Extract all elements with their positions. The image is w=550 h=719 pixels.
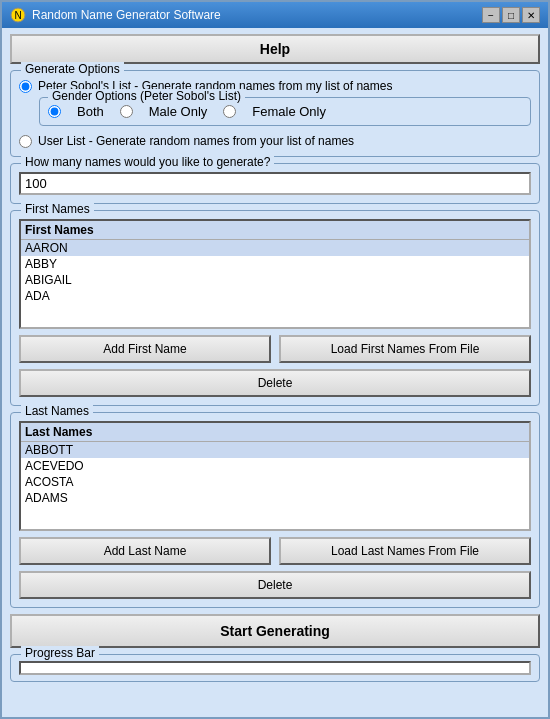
- list-item[interactable]: ACOSTA: [21, 474, 529, 490]
- list-item[interactable]: ABIGAIL: [21, 272, 529, 288]
- minimize-button[interactable]: −: [482, 7, 500, 23]
- load-last-names-button[interactable]: Load Last Names From File: [279, 537, 531, 565]
- list-item[interactable]: ADA: [21, 288, 529, 304]
- gender-female-label[interactable]: Female Only: [252, 104, 326, 119]
- delete-first-name-button[interactable]: Delete: [19, 369, 531, 397]
- gender-both-radio[interactable]: [48, 105, 61, 118]
- list-item[interactable]: ABBOTT: [21, 442, 529, 458]
- gender-both-label[interactable]: Both: [77, 104, 104, 119]
- generate-options-label: Generate Options: [21, 62, 124, 76]
- close-button[interactable]: ✕: [522, 7, 540, 23]
- progress-bar-label: Progress Bar: [21, 646, 99, 660]
- first-names-label: First Names: [21, 202, 94, 216]
- quantity-box: How many names would you like to generat…: [10, 163, 540, 204]
- load-first-names-button[interactable]: Load First Names From File: [279, 335, 531, 363]
- content-area: Help Generate Options Peter Sobol's List…: [2, 28, 548, 717]
- list-item[interactable]: AARON: [21, 240, 529, 256]
- gender-male-label[interactable]: Male Only: [149, 104, 208, 119]
- first-names-box: First Names First Names AARON ABBY ABIGA…: [10, 210, 540, 406]
- delete-last-name-button[interactable]: Delete: [19, 571, 531, 599]
- gender-options-box: Gender Options (Peter Sobol's List) Both…: [39, 97, 531, 126]
- gender-radios: Both Male Only Female Only: [48, 104, 522, 119]
- gender-male-radio[interactable]: [120, 105, 133, 118]
- generate-options-group: Generate Options Peter Sobol's List - Ge…: [10, 70, 540, 157]
- quantity-label: How many names would you like to generat…: [21, 155, 274, 169]
- title-bar: N Random Name Generator Software − □ ✕: [2, 2, 548, 28]
- start-generating-button[interactable]: Start Generating: [10, 614, 540, 648]
- quantity-input[interactable]: [19, 172, 531, 195]
- progress-bar: [19, 661, 531, 675]
- gender-female-radio[interactable]: [223, 105, 236, 118]
- app-icon: N: [10, 7, 26, 23]
- last-names-list[interactable]: Last Names ABBOTT ACEVEDO ACOSTA ADAMS: [19, 421, 531, 531]
- add-first-name-button[interactable]: Add First Name: [19, 335, 271, 363]
- last-names-list-header: Last Names: [21, 423, 529, 442]
- list-item[interactable]: ADAMS: [21, 490, 529, 506]
- title-buttons: − □ ✕: [482, 7, 540, 23]
- window-title: Random Name Generator Software: [32, 8, 221, 22]
- first-names-btn-row: Add First Name Load First Names From Fil…: [19, 335, 531, 363]
- last-names-btn-row: Add Last Name Load Last Names From File: [19, 537, 531, 565]
- list-item[interactable]: ACEVEDO: [21, 458, 529, 474]
- list-item[interactable]: ABBY: [21, 256, 529, 272]
- last-names-label: Last Names: [21, 404, 93, 418]
- first-names-list[interactable]: First Names AARON ABBY ABIGAIL ADA: [19, 219, 531, 329]
- svg-text:N: N: [14, 10, 21, 21]
- user-list-option-row: User List - Generate random names from y…: [19, 134, 531, 148]
- maximize-button[interactable]: □: [502, 7, 520, 23]
- last-names-box: Last Names Last Names ABBOTT ACEVEDO ACO…: [10, 412, 540, 608]
- title-bar-left: N Random Name Generator Software: [10, 7, 221, 23]
- add-last-name-button[interactable]: Add Last Name: [19, 537, 271, 565]
- main-window: N Random Name Generator Software − □ ✕ H…: [0, 0, 550, 719]
- user-list-radio[interactable]: [19, 135, 32, 148]
- help-button[interactable]: Help: [10, 34, 540, 64]
- gender-options-label: Gender Options (Peter Sobol's List): [48, 89, 245, 103]
- progress-box: Progress Bar: [10, 654, 540, 682]
- user-list-label[interactable]: User List - Generate random names from y…: [38, 134, 354, 148]
- peter-sobol-radio[interactable]: [19, 80, 32, 93]
- first-names-list-header: First Names: [21, 221, 529, 240]
